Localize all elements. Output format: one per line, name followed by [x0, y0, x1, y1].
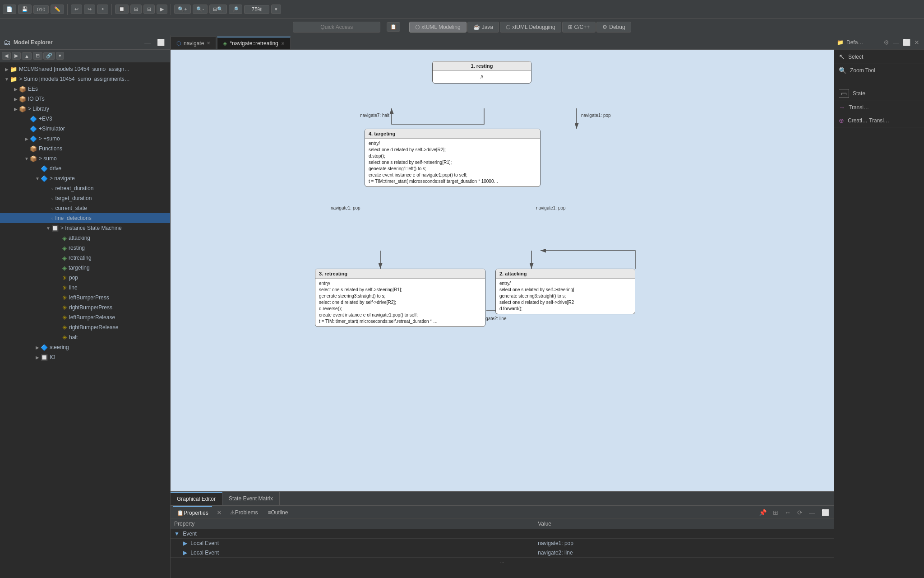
tree-item-simulator[interactable]: 🔷 +Simulator — [0, 124, 170, 134]
prop-icon2[interactable]: ⊞ — [771, 508, 780, 517]
prop-col-property: Property — [171, 519, 534, 529]
toolbar-btn-zoom-in[interactable]: 🔍+ — [174, 5, 190, 14]
tab-navigate[interactable]: ⬡ navigate ✕ — [171, 37, 216, 49]
tree-item-iodts[interactable]: ▶ 📦 IO DTs — [0, 94, 170, 104]
tree-item-functions[interactable]: 📦 Functions — [0, 144, 170, 154]
state-resting[interactable]: 1. resting // — [432, 61, 531, 84]
diagram-canvas[interactable]: navigate7: halt navigate1: pop navigate1… — [171, 50, 834, 491]
nav-up-btn[interactable]: ▲ — [22, 52, 32, 60]
perspective-debug-xtuml[interactable]: ⬡ xtUML Debugging — [500, 22, 561, 33]
tab-state-event-matrix[interactable]: State Event Matrix — [222, 492, 280, 505]
link-editor-btn[interactable]: 🔗 — [43, 52, 55, 60]
tree-arrow-steering: ▶ — [34, 345, 41, 350]
toolbar-btn-zoom-out[interactable]: 🔍- — [193, 5, 208, 14]
toolbar-btn-6[interactable]: 🔲 — [115, 5, 129, 14]
right-panel-maximize[interactable]: ⬜ — [901, 38, 912, 47]
toolbar-btn-4[interactable]: ✏️ — [51, 5, 64, 14]
nav-back-btn[interactable]: ◀ — [2, 52, 11, 60]
tab-retreating-close[interactable]: ✕ — [281, 41, 285, 46]
toolbar-btn-5[interactable]: ⚬ — [97, 5, 108, 14]
toolbar-btn-9[interactable]: ▶ — [157, 5, 167, 14]
tree-item-ev3[interactable]: 🔷 +EV3 — [0, 114, 170, 124]
perspective-cpp[interactable]: ⊞ C/C++ — [562, 22, 596, 33]
tree-item-sumo2[interactable]: ▶ 🔷 > +sumo — [0, 134, 170, 144]
perspective-java[interactable]: ☕ Java — [467, 22, 499, 33]
maximize-btn[interactable]: ⬜ — [155, 38, 166, 47]
event-section-expand[interactable]: ▼ — [174, 531, 180, 537]
right-panel-settings[interactable]: ⚙ — [882, 38, 891, 47]
perspective-xtuml[interactable]: ⬡ xtUML Modeling — [409, 22, 466, 33]
tree-icon-attacking: ◈ — [62, 235, 67, 242]
nav-fwd-btn[interactable]: ▶ — [12, 52, 21, 60]
toolbar-btn-8[interactable]: ⊟ — [143, 5, 155, 14]
local-event-1-expand[interactable]: ▶ — [183, 540, 187, 546]
prop-icon1[interactable]: 📌 — [757, 508, 768, 517]
toolbar-btn-undo[interactable]: ↩ — [71, 5, 82, 14]
right-panel-minimize[interactable]: — — [891, 38, 901, 47]
tree-icon-sumo: 📁 — [10, 76, 17, 83]
tree-item-ees[interactable]: ▶ 📦 EEs — [0, 84, 170, 94]
toolbar-btn-redo[interactable]: ↪ — [84, 5, 95, 14]
minimize-btn[interactable]: — — [143, 38, 152, 47]
tab-retreating[interactable]: ◈ *navigate::retreating ✕ — [217, 37, 290, 49]
tree-item-line-detections[interactable]: ◦ line_detections — [0, 213, 170, 223]
tree-item-sumo3[interactable]: ▼ 📦 > sumo — [0, 154, 170, 163]
prop-tab-outline[interactable]: ≡ Outline — [264, 506, 291, 519]
tree-item-target-duration[interactable]: ◦ target_duration — [0, 193, 170, 203]
tree-item-retreat-duration[interactable]: ◦ retreat_duration — [0, 183, 170, 193]
tab-graphical-editor[interactable]: Graphical Editor — [171, 492, 222, 505]
tree-item-attacking[interactable]: ◈ attacking — [0, 233, 170, 243]
tree-item-current-state[interactable]: ◦ current_state — [0, 203, 170, 213]
toolbar-btn-1[interactable]: 📄 — [3, 5, 16, 14]
tree-item-navigate[interactable]: ▼ 🔷 > navigate — [0, 173, 170, 183]
collapse-all-btn[interactable]: ⊟ — [33, 52, 42, 60]
state-targeting[interactable]: 4. targeting entry/ select one d related… — [365, 129, 541, 187]
tree-item-library[interactable]: ▶ 📦 > Library — [0, 104, 170, 114]
toolbar-btn-zoom-fit[interactable]: ⊞🔍 — [209, 5, 227, 14]
tree-item-pop[interactable]: ✳ pop — [0, 273, 170, 283]
toolbar-btn-7[interactable]: ⊞ — [130, 5, 142, 14]
perspective-debug[interactable]: ⚙ Debug — [596, 22, 631, 33]
toolbar-btn-zoom-act[interactable]: 🔎 — [229, 5, 242, 14]
prop-icon3[interactable]: ↔ — [783, 508, 793, 517]
tree-item-resting[interactable]: ◈ resting — [0, 243, 170, 253]
tab-navigate-icon: ⬡ — [176, 40, 181, 47]
prop-minimize-btn[interactable]: — — [807, 508, 817, 517]
tree-item-sumo[interactable]: ▼ 📁 > Sumo [models 10454_sumo_assignment… — [0, 74, 170, 84]
prop-tab-problems[interactable]: ⚠ Problems — [226, 506, 262, 519]
editor-tabs: ⬡ navigate ✕ ◈ *navigate::retreating ✕ — [171, 35, 834, 50]
local-event-2-expand[interactable]: ▶ — [183, 550, 187, 556]
tree-item-rbr[interactable]: ✳ rightBumperRelease — [0, 322, 170, 332]
tab-navigate-close[interactable]: ✕ — [207, 41, 210, 46]
tree-item-lbr[interactable]: ✳ leftBumperRelease — [0, 312, 170, 322]
toolbar-btn-3[interactable]: 010 — [33, 5, 49, 14]
tree-item-ism[interactable]: ▼ 🔲 > Instance State Machine — [0, 223, 170, 233]
tool-zoom[interactable]: 🔍 Zoom Tool — [834, 64, 924, 77]
tree-item-targeting[interactable]: ◈ targeting — [0, 263, 170, 273]
tree-item-drive[interactable]: 🔷 drive — [0, 163, 170, 173]
right-panel-close[interactable]: ✕ — [912, 38, 921, 47]
tool-select[interactable]: ↖ Select — [834, 50, 924, 64]
tree-item-mclm[interactable]: ▶ 📁 MCLMShared [models 10454_sumo_assign… — [0, 64, 170, 74]
quick-access-input[interactable]: Quick Access — [293, 22, 380, 33]
tree-item-io[interactable]: ▶ 🔲 IO — [0, 352, 170, 362]
prop-icon4[interactable]: ⟳ — [795, 508, 804, 517]
tree-item-halt[interactable]: ✳ halt — [0, 332, 170, 342]
tree-item-rbp[interactable]: ✳ rightBumperPress — [0, 303, 170, 312]
tree-item-line[interactable]: ✳ line — [0, 283, 170, 293]
state-retreating[interactable]: 3. retreating entry/ select one s relate… — [315, 269, 485, 327]
tool-transition[interactable]: → Transi… — [834, 101, 924, 114]
zoom-dropdown-btn[interactable]: ▾ — [271, 5, 281, 14]
tool-state[interactable]: ▭ State — [834, 86, 924, 101]
prop-close-btn[interactable]: ✕ — [215, 508, 224, 517]
state-attacking[interactable]: 2. attacking entry/ select one s related… — [495, 269, 635, 314]
tree-item-lbp[interactable]: ✳ leftBumperPress — [0, 293, 170, 303]
tool-create-transition[interactable]: ⊕ Creati… Transi… — [834, 114, 924, 127]
toolbar-btn-save[interactable]: 💾 — [18, 5, 32, 14]
prop-tab-properties[interactable]: 📋 Properties — [173, 506, 212, 519]
explorer-menu-btn[interactable]: ▾ — [56, 52, 64, 60]
prop-maximize-btn[interactable]: ⬜ — [820, 508, 831, 517]
tree-item-retreating[interactable]: ◈ retreating — [0, 253, 170, 263]
perspective-open-btn[interactable]: 📋 — [387, 22, 400, 32]
tree-item-steering[interactable]: ▶ 🔷 steering — [0, 342, 170, 352]
